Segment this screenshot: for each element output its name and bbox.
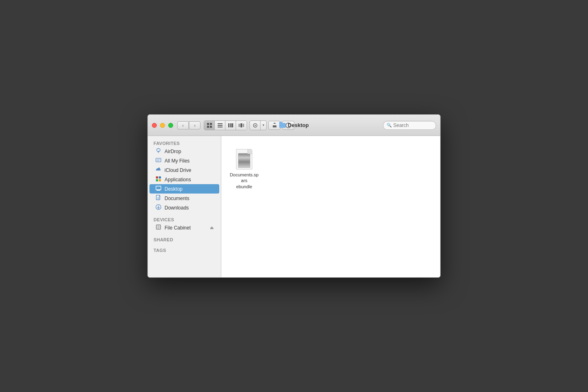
documents-icon xyxy=(155,195,162,202)
all-files-icon xyxy=(155,157,162,164)
sidebar-section-devices: Devices xyxy=(148,215,221,223)
window-title-area: Desktop xyxy=(279,122,309,128)
downloads-icon xyxy=(155,204,162,211)
window-title: Desktop xyxy=(288,122,309,128)
file-icon xyxy=(234,146,254,170)
svg-rect-6 xyxy=(218,127,223,127)
search-input[interactable] xyxy=(393,122,432,128)
sidebar-item-all-my-files[interactable]: All My Files xyxy=(149,156,219,165)
sidebar-item-icloud-label: iCloud Drive xyxy=(165,167,191,173)
sidebar-item-desktop[interactable]: Desktop xyxy=(149,184,219,194)
svg-rect-10 xyxy=(238,124,240,127)
applications-icon xyxy=(155,176,162,183)
svg-rect-23 xyxy=(159,179,161,181)
eject-icon[interactable]: ⏏ xyxy=(210,225,214,230)
nav-buttons: ‹ › xyxy=(177,121,200,129)
view-columns-button[interactable] xyxy=(225,121,236,130)
svg-rect-17 xyxy=(156,158,161,162)
sidebar-item-file-cabinet-label: File Cabinet xyxy=(165,225,191,231)
sidebar-item-downloads[interactable]: Downloads xyxy=(149,203,219,212)
sidebar-item-documents[interactable]: Documents xyxy=(149,194,219,203)
arrange-button[interactable]: ▾ xyxy=(249,120,267,130)
airdrop-icon xyxy=(155,148,162,155)
sidebar-item-file-cabinet[interactable]: File Cabinet ⏏ xyxy=(149,223,219,232)
doc-page-inner xyxy=(238,153,250,168)
svg-rect-7 xyxy=(228,123,229,127)
sidebar-item-icloud-drive[interactable]: iCloud Drive xyxy=(149,165,219,175)
sidebar-item-applications-label: Applications xyxy=(165,177,191,183)
file-cabinet-icon xyxy=(155,224,162,231)
minimize-button[interactable] xyxy=(160,123,165,128)
arrange-icon xyxy=(250,121,261,130)
svg-rect-5 xyxy=(218,125,223,126)
sidebar-item-all-my-files-label: All My Files xyxy=(165,158,189,164)
sidebar-section-favorites: Favorites xyxy=(148,138,221,147)
title-bar: ‹ › xyxy=(148,115,440,136)
view-list-button[interactable] xyxy=(215,121,225,130)
svg-rect-22 xyxy=(156,179,158,181)
svg-rect-21 xyxy=(159,176,161,178)
svg-point-16 xyxy=(158,152,159,153)
sidebar-item-airdrop[interactable]: AirDrop xyxy=(149,147,219,156)
view-icon-button[interactable] xyxy=(204,121,215,130)
svg-rect-3 xyxy=(210,126,212,128)
svg-rect-11 xyxy=(241,123,242,127)
search-icon: 🔍 xyxy=(387,123,392,127)
finder-window: ‹ › xyxy=(147,114,441,278)
back-button[interactable]: ‹ xyxy=(177,121,189,129)
sidebar-section-tags: Tags xyxy=(148,245,221,254)
share-button[interactable] xyxy=(268,121,281,130)
svg-rect-24 xyxy=(156,186,161,190)
view-coverflow-button[interactable] xyxy=(236,121,247,130)
svg-rect-4 xyxy=(218,123,223,124)
traffic-lights xyxy=(152,123,173,128)
svg-point-14 xyxy=(254,125,256,126)
sidebar: Favorites AirDrop xyxy=(148,136,221,277)
view-buttons xyxy=(204,120,247,130)
sidebar-section-shared: Shared xyxy=(148,235,221,243)
doc-page xyxy=(236,149,252,169)
svg-rect-0 xyxy=(207,123,209,125)
icloud-icon xyxy=(155,167,162,174)
svg-rect-8 xyxy=(230,123,232,127)
svg-rect-2 xyxy=(207,126,209,128)
svg-rect-12 xyxy=(243,124,244,127)
svg-rect-9 xyxy=(232,123,233,127)
sparsebundle-icon xyxy=(235,147,254,169)
close-button[interactable] xyxy=(152,123,157,128)
sidebar-item-desktop-label: Desktop xyxy=(165,186,183,192)
file-item-sparsebundle[interactable]: Documents.spars ebundle xyxy=(228,143,261,193)
svg-rect-20 xyxy=(156,176,158,178)
forward-button[interactable]: › xyxy=(189,121,200,129)
arrange-dropdown-arrow[interactable]: ▾ xyxy=(261,121,266,130)
folder-icon xyxy=(279,123,286,128)
sidebar-item-applications[interactable]: Applications xyxy=(149,175,219,184)
svg-rect-1 xyxy=(210,123,212,125)
main-area: Favorites AirDrop xyxy=(148,136,440,277)
maximize-button[interactable] xyxy=(168,123,173,128)
toolbar-right: 🔍 xyxy=(383,121,436,130)
sidebar-item-airdrop-label: AirDrop xyxy=(165,149,181,154)
content-area: Documents.spars ebundle xyxy=(221,136,440,277)
search-box[interactable]: 🔍 xyxy=(383,121,436,130)
desktop-icon xyxy=(155,185,162,192)
sidebar-item-downloads-label: Downloads xyxy=(165,205,189,211)
file-name: Documents.spars ebundle xyxy=(229,172,259,189)
sidebar-item-documents-label: Documents xyxy=(165,196,189,201)
